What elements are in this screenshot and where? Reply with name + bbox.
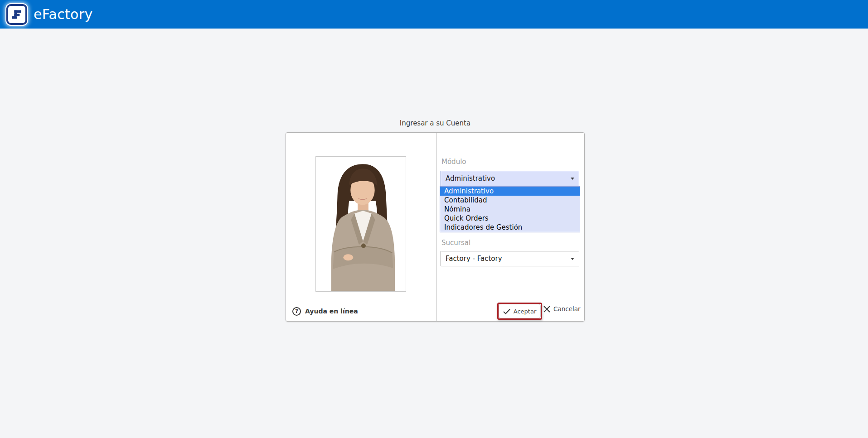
- efactory-logo-icon: [6, 4, 27, 25]
- dropdown-option-indicadores[interactable]: Indicadores de Gestión: [440, 223, 580, 232]
- accept-button-label: Aceptar: [514, 308, 536, 315]
- module-dropdown-list: Administrativo Contabilidad Nómina Quick…: [440, 186, 580, 232]
- dropdown-option-nomina[interactable]: Nómina: [440, 205, 580, 214]
- cancel-button-label: Cancelar: [553, 305, 581, 313]
- module-select[interactable]: Administrativo: [441, 171, 579, 186]
- cancel-button[interactable]: Cancelar: [543, 302, 581, 316]
- branch-selected-value: Factory - Factory: [446, 255, 502, 263]
- online-help-link[interactable]: ? Ayuda en línea: [292, 306, 358, 317]
- dropdown-option-contabilidad[interactable]: Contabilidad: [440, 196, 580, 205]
- chevron-down-icon: [571, 178, 574, 180]
- page-title: Ingresar a su Cuenta: [286, 119, 585, 127]
- login-card: ? Ayuda en línea Módulo Administrativo A…: [286, 132, 585, 322]
- logo-f-glyph: [10, 8, 24, 21]
- accept-button[interactable]: Aceptar: [499, 304, 541, 318]
- dropdown-option-administrativo[interactable]: Administrativo: [440, 187, 580, 196]
- user-photo: [315, 156, 406, 292]
- module-selected-value: Administrativo: [446, 174, 495, 183]
- app-title: eFactory: [34, 6, 92, 22]
- chevron-down-icon: [571, 258, 574, 260]
- check-icon: [503, 308, 510, 314]
- top-bar: eFactory: [0, 0, 868, 29]
- branch-field-label: Sucursal: [441, 239, 470, 247]
- dropdown-option-quick-orders[interactable]: Quick Orders: [440, 214, 580, 223]
- card-divider: [436, 133, 436, 321]
- x-icon: [543, 306, 550, 313]
- woman-portrait-illustration: [316, 157, 406, 291]
- annotation-highlight-box: Aceptar: [497, 303, 542, 320]
- online-help-label: Ayuda en línea: [305, 308, 358, 315]
- branch-select[interactable]: Factory - Factory: [441, 251, 579, 266]
- module-field-label: Módulo: [441, 158, 466, 166]
- question-circle-icon: ?: [292, 307, 301, 316]
- login-page: eFactory Ingresar a su Cuenta: [0, 0, 868, 438]
